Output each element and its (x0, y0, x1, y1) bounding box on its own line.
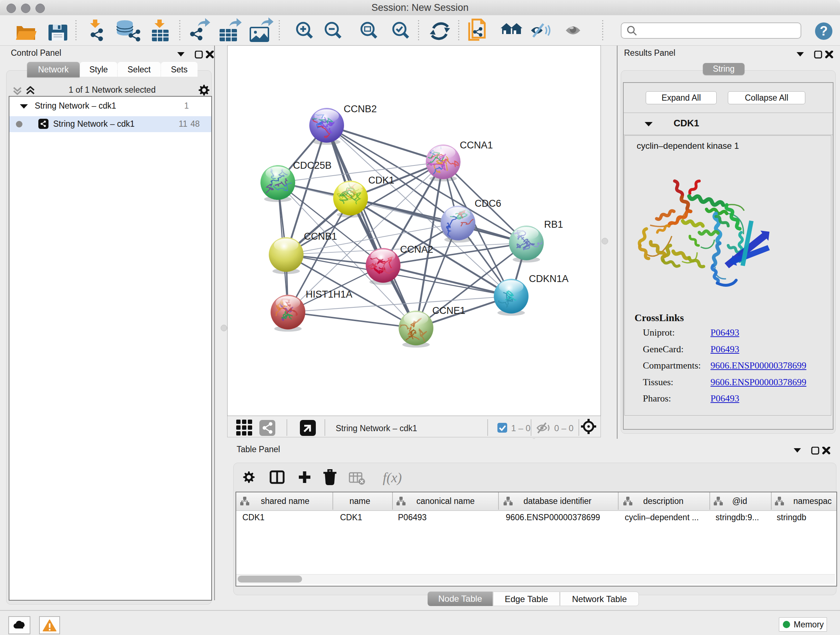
svg-text:description: description (643, 496, 684, 506)
svg-text:namespac: namespac (793, 496, 832, 506)
svg-text:name: name (349, 496, 370, 506)
svg-text:database identifier: database identifier (523, 496, 592, 506)
svg-text:?: ? (820, 24, 828, 38)
svg-text:CDC25B: CDC25B (293, 160, 332, 171)
svg-text:shared name: shared name (261, 496, 309, 506)
svg-text:CCNE1: CCNE1 (432, 305, 466, 316)
svg-text:f(x): f(x) (383, 470, 402, 486)
svg-text:RB1: RB1 (544, 219, 563, 230)
svg-text:CCNA2: CCNA2 (400, 244, 433, 255)
svg-text:0 – 0: 0 – 0 (554, 423, 573, 433)
svg-text:CDKN1A: CDKN1A (529, 273, 569, 284)
svg-text:CDK1: CDK1 (368, 175, 394, 186)
svg-text:canonical name: canonical name (416, 496, 475, 506)
svg-text:CDC6: CDC6 (475, 198, 501, 209)
svg-text:HIST1H1A: HIST1H1A (306, 289, 352, 300)
svg-text:@id: @id (732, 496, 747, 506)
svg-text:CCNA1: CCNA1 (460, 140, 493, 150)
svg-text:CCNB2: CCNB2 (344, 103, 377, 114)
svg-text:1 – 0: 1 – 0 (511, 423, 531, 433)
svg-text:CCNB1: CCNB1 (304, 231, 337, 242)
svg-text:String Network – cdk1: String Network – cdk1 (336, 424, 417, 433)
